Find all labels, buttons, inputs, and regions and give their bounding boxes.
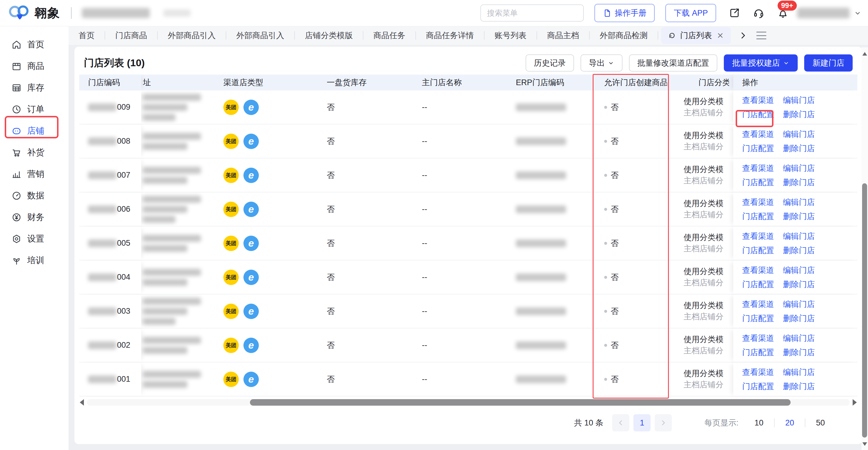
tab-item[interactable]: 商品任务 [363,30,415,41]
delete-store-link[interactable]: 删除门店 [783,313,815,324]
table-row: 004 美团 e 否 -- 否 使用分类模 主档店铺分 [79,260,857,294]
manual-button[interactable]: 操作手册 [594,4,655,22]
tab-store-list-active[interactable]: 门店列表 [661,27,731,44]
search-input[interactable] [487,8,586,18]
batch-modify-button[interactable]: 批量修改渠道店配置 [629,54,717,72]
store-config-link[interactable]: 门店配置 [742,279,774,290]
history-button[interactable]: 历史记录 [526,54,574,72]
tab-item[interactable]: 账号列表 [485,30,536,41]
tab-item[interactable]: 外部商品引入 [158,30,226,41]
sidebar-item-finance[interactable]: 财务 [0,206,68,228]
store-config-link[interactable]: 门店配置 [742,381,774,392]
delete-store-link[interactable]: 删除门店 [783,279,815,290]
tab-menu-icon[interactable] [756,32,766,39]
delete-store-link[interactable]: 删除门店 [783,381,815,392]
edit-store-link[interactable]: 编辑门店 [783,231,815,242]
per-page-option-10[interactable]: 10 [748,418,770,427]
delete-store-link[interactable]: 删除门店 [783,245,815,256]
sidebar-item-data[interactable]: 数据 [0,185,68,206]
store-config-link[interactable]: 门店配置 [742,211,774,222]
download-app-button[interactable]: 下载 APP [665,4,716,22]
store-config-link[interactable]: 门店配置 [742,347,774,358]
view-channel-link[interactable]: 查看渠道 [742,129,774,140]
store-config-link[interactable]: 门店配置 [742,109,774,120]
view-channel-link[interactable]: 查看渠道 [742,265,774,276]
tab-item[interactable]: 外部商品检测 [590,30,658,41]
sidebar-item-replenish[interactable]: 补货 [0,142,68,163]
edit-store-link[interactable]: 编辑门店 [783,265,815,276]
next-page-button[interactable] [655,414,672,431]
store-config-link[interactable]: 门店配置 [742,313,774,324]
active-tab-label: 门店列表 [680,30,712,41]
page-number-button[interactable]: 1 [633,414,651,431]
download-app-label: 下载 APP [674,8,708,18]
sidebar-item-goods[interactable]: 商品 [0,55,68,77]
export-button[interactable]: 导出 [581,54,622,72]
tab-item[interactable]: 商品任务详情 [416,30,484,41]
edit-store-link[interactable]: 编辑门店 [783,367,815,377]
tab-item[interactable]: 店铺分类模版 [295,30,363,41]
category-cell: 使用分类模 主档店铺分 [667,363,729,396]
per-page-option-20-selected[interactable]: 20 [779,418,801,427]
tab-strip: 首页门店商品外部商品引入外部商品引入店铺分类模版商品任务商品任务详情账号列表商品… [68,26,868,45]
tab-item[interactable]: 外部商品引入 [226,30,294,41]
close-icon[interactable] [716,31,724,39]
external-link-icon[interactable] [728,7,740,19]
store-config-link[interactable]: 门店配置 [742,177,774,188]
view-channel-link[interactable]: 查看渠道 [742,163,774,173]
edit-store-link[interactable]: 编辑门店 [783,333,815,343]
view-channel-link[interactable]: 查看渠道 [742,231,774,242]
view-channel-link[interactable]: 查看渠道 [742,367,774,377]
notifications[interactable]: 99+ [777,7,789,19]
sidebar-item-home[interactable]: 首页 [0,34,68,55]
sidebar-item-inventory[interactable]: 库存 [0,77,68,99]
delete-store-link[interactable]: 删除门店 [783,347,815,358]
sidebar-item-orders[interactable]: 订单 [0,99,68,120]
horizontal-scroll-thumb[interactable] [250,399,790,406]
delete-store-link[interactable]: 删除门店 [783,177,815,188]
horizontal-scroll-track[interactable] [87,399,850,406]
scroll-right-icon[interactable] [852,399,857,406]
edit-store-link[interactable]: 编辑门店 [783,95,815,106]
sidebar-item-settings[interactable]: 设置 [0,228,68,250]
scroll-up-icon[interactable] [862,50,867,56]
erp-code-cell [490,226,592,260]
tab-item[interactable]: 首页 [68,30,104,41]
tab-item[interactable]: 商品主档 [537,30,589,41]
edit-store-link[interactable]: 编辑门店 [783,197,815,207]
scroll-down-icon[interactable] [862,442,867,448]
sidebar-item-store[interactable]: 店铺 [0,120,68,142]
chevron-down-icon[interactable] [854,9,862,17]
refresh-icon[interactable] [668,31,676,39]
view-channel-link[interactable]: 查看渠道 [742,333,774,343]
address-redacted [143,347,187,354]
store-config-link[interactable]: 门店配置 [742,245,774,256]
delete-store-link[interactable]: 删除门店 [783,143,815,154]
sidebar-item-training[interactable]: 培训 [0,250,68,271]
view-channel-link[interactable]: 查看渠道 [742,197,774,207]
view-channel-link[interactable]: 查看渠道 [742,299,774,310]
headset-icon[interactable] [753,7,765,19]
delete-store-link[interactable]: 删除门店 [783,211,815,222]
store-address-cell [141,329,215,362]
menu-search[interactable] [480,4,584,22]
vertical-scrollbar[interactable] [862,47,868,450]
view-channel-link[interactable]: 查看渠道 [742,95,774,106]
delete-store-link[interactable]: 删除门店 [783,109,815,120]
create-store-button[interactable]: 新建门店 [804,54,852,72]
edit-store-link[interactable]: 编辑门店 [783,163,815,173]
category-cell: 使用分类模 主档店铺分 [667,226,729,260]
store-config-link[interactable]: 门店配置 [742,143,774,154]
per-page-option-50[interactable]: 50 [809,418,831,427]
edit-store-link[interactable]: 编辑门店 [783,299,815,310]
scroll-left-icon[interactable] [80,399,84,406]
chevron-right-icon[interactable] [739,31,747,40]
sidebar-item-label: 数据 [27,190,44,202]
tab-item[interactable]: 门店商品 [105,30,157,41]
batch-auth-button[interactable]: 批量授权建店 [724,54,798,72]
username-redacted[interactable] [797,8,850,18]
sidebar-item-marketing[interactable]: 营销 [0,163,68,185]
vertical-scroll-thumb[interactable] [862,183,867,438]
edit-store-link[interactable]: 编辑门店 [783,129,815,140]
prev-page-button[interactable] [612,414,629,431]
